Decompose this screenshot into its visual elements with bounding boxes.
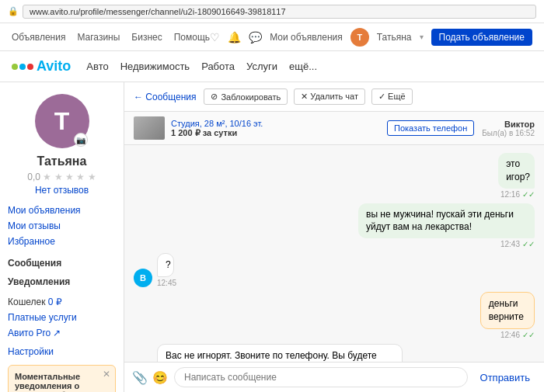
message-time: 12:45 [157,279,180,287]
logo-dot-blue [19,64,26,70]
favorites-icon[interactable]: ♡ [210,31,220,43]
avito-header: Avito Авто Недвижимость Работа Услуги ещ… [0,51,544,82]
message-text: ? [166,259,171,270]
reviews-link[interactable]: Нет отзывов [8,185,116,196]
sidebar-menu: Мои объявления Мои отзывы Избранное Сооб… [8,205,116,357]
my-ads-link[interactable]: Мои объявления [8,205,116,216]
avito-nav-auto[interactable]: Авто [86,61,108,72]
avito-nav-more[interactable]: ещё... [289,61,317,72]
my-reviews-link[interactable]: Мои отзывы [8,220,116,231]
url-bar[interactable] [23,5,536,19]
message-text: это игор? [506,158,530,182]
notifications-box: ✕ Моментальные уведомления о новых сообщ… [8,365,116,392]
check-icon: ✓✓ [522,190,535,199]
message-time: 12:46 ✓✓ [500,331,535,339]
message-bubble: деньги верните [480,292,535,329]
logo-dot-red [27,64,33,70]
last-seen: Был(а) в 16:52 [482,129,535,137]
stars: ★ ★ ★ ★ ★ [43,172,96,182]
message-text: деньги верните [489,298,524,322]
nav-bar: Объявления Магазины Бизнес Помощь ♡ 🔔 💬 … [0,23,544,51]
user-avatar[interactable]: Т [350,28,369,47]
message-input[interactable] [174,367,468,387]
settings-link[interactable]: Настройки [8,346,116,357]
nav-ads[interactable]: Объявления [12,32,65,43]
block-icon: ⊘ [211,92,218,102]
messages-section: Сообщения [8,258,116,269]
emoji-icon[interactable]: 😊 [152,370,168,385]
ssl-icon: 🔒 [8,6,19,16]
message-bubble: вы не мужчина! пускай эти деньги уйдут в… [358,203,535,239]
send-button[interactable]: Отправить [474,369,536,387]
messages-area[interactable]: это игор? 12:16 ✓✓ вы не мужчина! пускай… [124,145,544,362]
paid-services-link[interactable]: Платные услуги [8,312,116,323]
avito-nav: Авто Недвижимость Работа Услуги ещё... [86,61,317,72]
message-row: деньги верните 12:46 ✓✓ [134,292,535,339]
avito-logo[interactable]: Avito [12,58,71,75]
message-row: это игор? 12:16 ✓✓ [134,153,535,199]
logo-dots [12,64,33,70]
nav-links: Объявления Магазины Бизнес Помощь [12,32,210,43]
nav-business[interactable]: Бизнес [131,32,162,43]
message-bubble: Вас не игнорят. Звоните по телефону. Вы … [157,344,403,362]
chat-header: ← Сообщения ⊘ Заблокировать ✕ Удалить ча… [124,82,544,112]
input-icons: 📎 😊 [132,370,168,385]
my-ads-link[interactable]: Мои объявления [270,32,343,43]
back-button[interactable]: ← Сообщения [134,92,196,102]
more-button[interactable]: ✓ Ещё [371,88,413,105]
message-bubble: ? [157,253,174,277]
listing-info: Студия, 28 м², 10/16 эт. 1 200 ₽ за сутк… [171,119,387,138]
listing-img-inner [134,116,165,140]
wallet-balance: 0 ₽ [48,297,62,307]
message-time: 12:16 ✓✓ [500,190,535,199]
post-ad-button[interactable]: Подать объявление [431,29,532,46]
sidebar: T 📷 Татьяна 0,0 ★ ★ ★ ★ ★ Нет отзывов Мо… [0,82,124,392]
chat-panel: ← Сообщения ⊘ Заблокировать ✕ Удалить ча… [124,82,544,392]
attach-icon[interactable]: 📎 [132,370,148,385]
message-row: B Вас не игнорят. Звоните по телефону. В… [134,344,535,362]
avito-nav-jobs[interactable]: Работа [201,61,235,72]
messages-icon[interactable]: 💬 [249,31,262,43]
nav-right: ♡ 🔔 💬 Мои объявления Т Татьяна ▾ Подать … [210,28,532,47]
avito-nav-realty[interactable]: Недвижимость [120,61,190,72]
notifications-link[interactable]: Уведомления [8,276,116,287]
message-row: вы не мужчина! пускай эти деньги уйдут в… [134,203,535,249]
wallet: Кошелек 0 ₽ [8,297,116,307]
user-dropdown-icon[interactable]: ▾ [420,33,424,41]
browser-bar: 🔒 [0,0,544,23]
show-phone-button[interactable]: Показать телефон [387,120,474,136]
nav-help[interactable]: Помощь [174,32,210,43]
avito-nav-services[interactable]: Услуги [246,61,277,72]
listing-price: 1 200 ₽ за сутки [171,128,387,138]
other-user-info: Виктор Был(а) в 16:52 [482,120,535,137]
listing-title[interactable]: Студия, 28 м², 10/16 эт. [171,119,387,128]
other-user-avatar: B [134,269,152,287]
favorites-link[interactable]: Избранное [8,236,116,247]
message-time: 12:43 ✓✓ [500,240,535,248]
nav-shops[interactable]: Магазины [77,32,120,43]
listing-image [134,116,165,140]
notifications-icon[interactable]: 🔔 [228,31,241,43]
logo-dot-green [12,64,18,70]
camera-icon[interactable]: 📷 [74,133,88,147]
main-content: T 📷 Татьяна 0,0 ★ ★ ★ ★ ★ Нет отзывов Мо… [0,82,544,392]
user-name-link[interactable]: Татьяна [377,32,412,43]
chat-header-actions: ⊘ Заблокировать ✕ Удалить чат ✓ Ещё [204,88,412,105]
message-bubble: это игор? [498,153,535,189]
check-icon: ✓✓ [522,240,535,248]
notifications-close[interactable]: ✕ [103,369,110,380]
block-button[interactable]: ⊘ Заблокировать [204,88,288,105]
message-text: вы не мужчина! пускай эти деньги уйдут в… [366,209,514,233]
avito-pro-link[interactable]: Авито Pro ↗ [8,328,116,338]
profile-avatar: T 📷 [35,94,89,148]
check-icon: ✓✓ [522,331,535,339]
message-row: B ? 12:45 [134,253,535,287]
message-text: Вас не игнорят. Звоните по телефону. Вы … [166,350,392,362]
listing-preview: Студия, 28 м², 10/16 эт. 1 200 ₽ за сутк… [124,112,544,145]
delete-chat-button[interactable]: ✕ Удалить чат [294,88,365,105]
profile-name: Татьяна [8,154,116,168]
profile-rating: 0,0 ★ ★ ★ ★ ★ [8,172,116,182]
avatar-initial: T [54,107,70,136]
notifications-title: Моментальные уведомления о новых сообщен… [15,372,109,392]
input-area: 📎 😊 Отправить [124,362,544,392]
